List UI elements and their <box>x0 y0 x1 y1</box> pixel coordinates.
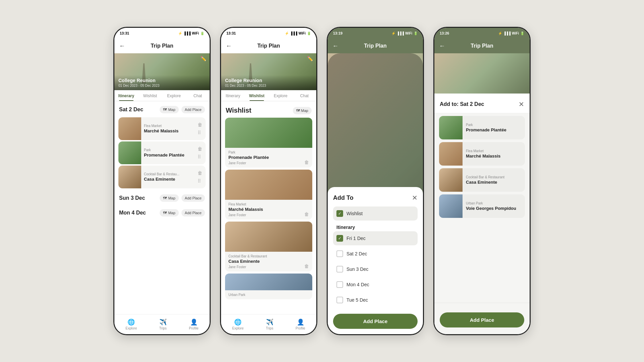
tab-chat-1[interactable]: Chat <box>186 90 210 101</box>
date-panel-content-4: Park Promenade Plantée Flea Market March… <box>434 113 530 303</box>
delete-icon-wishlist-market[interactable]: 🗑 <box>304 212 309 217</box>
phone-2: 13:31 ⚡ ▐▐▐ WiFi 🔋 ← Trip Plan College R… <box>220 27 317 335</box>
back-button-4[interactable]: ← <box>439 43 445 50</box>
wifi-icon: WiFi <box>192 32 199 35</box>
date-panel-type-market: Flea Market <box>466 149 522 153</box>
date-row-sat[interactable]: Sat 2 Dec <box>333 247 418 261</box>
status-bar-1: 13:31 ⚡ ▐▐▐ WiFi 🔋 <box>114 28 210 39</box>
date-row-sun[interactable]: Sun 3 Dec <box>333 262 418 276</box>
wishlist-name-park: Promenade Plantée <box>228 155 304 160</box>
modal-header-3: Add To ✕ <box>333 194 418 202</box>
modal-close-3[interactable]: ✕ <box>412 194 418 202</box>
map-button-sat[interactable]: 🗺 Map <box>160 106 178 113</box>
date-row-fri[interactable]: ✓ Fri 1 Dec <box>333 231 418 245</box>
date-panel-close-4[interactable]: ✕ <box>519 100 524 108</box>
map-button-mon[interactable]: 🗺 Map <box>160 209 178 217</box>
tab-wishlist-1[interactable]: Wishlist <box>138 90 162 101</box>
status-bar-2: 13:31 ⚡ ▐▐▐ WiFi 🔋 <box>221 28 316 39</box>
add-place-button-3[interactable]: Add Place <box>333 314 418 329</box>
wifi-icon-3: WiFi <box>405 32 412 35</box>
add-place-button-mon[interactable]: Add Place <box>181 209 205 217</box>
delete-icon-park[interactable]: 🗑 <box>198 146 202 152</box>
place-card-market: Flea Market Marché Malassis 🗑 ⠿ <box>118 117 206 140</box>
section-sun: Sun 3 Dec 🗺 Map Add Place <box>114 190 210 204</box>
date-checkbox-tue[interactable] <box>336 297 343 303</box>
explore-icon-1: 🌐 <box>127 318 135 326</box>
nav-profile-1[interactable]: 👤 Profile <box>189 318 198 330</box>
page-title-1: Trip Plan <box>151 43 173 49</box>
hero-overlay-2: College Reunion 01 Dec 2023 - 05 Dec 202… <box>221 75 316 90</box>
explore-label-2: Explore <box>232 326 244 330</box>
wishlist-body-market: Flea Market Marché Malassis Jane Foster … <box>225 200 312 220</box>
map-button-sun[interactable]: 🗺 Map <box>160 194 178 202</box>
tab-itinerary-1[interactable]: Itinerary <box>114 90 138 101</box>
wishlist-checkbox-row[interactable]: ✓ Wishlist <box>333 206 418 221</box>
wishlist-img-market <box>225 170 312 200</box>
section-date-sat: Sat 2 Dec <box>119 107 143 113</box>
delete-icon-market[interactable]: 🗑 <box>198 122 202 127</box>
status-icons-4: ⚡ ▐▐▐ WiFi 🔋 <box>498 32 524 35</box>
wishlist-checkbox[interactable]: ✓ <box>336 210 343 217</box>
place-name-bar: Casa Eminente <box>144 177 195 182</box>
nav-explore-2[interactable]: 🌐 Explore <box>232 318 244 330</box>
wishlist-name-bar: Casa Eminente <box>228 259 304 264</box>
wishlist-checkbox-label: Wishlist <box>346 211 363 216</box>
place-thumb-bar <box>118 166 141 188</box>
back-button-1[interactable]: ← <box>119 43 125 50</box>
back-button-3[interactable]: ← <box>332 43 338 50</box>
wishlist-type-urban: Urban Park <box>228 293 309 297</box>
battery-icon-3: 🔋 <box>414 32 418 35</box>
wishlist-info-urban: Urban Park <box>228 293 309 297</box>
delete-icon-wishlist-park[interactable]: 🗑 <box>304 160 309 165</box>
date-panel-footer-4: Add Place <box>434 303 530 334</box>
date-panel-info-market: Flea Market Marché Malassis <box>463 146 525 161</box>
trips-icon-2: ✈️ <box>266 318 273 326</box>
nav-profile-2[interactable]: 👤 Profile <box>296 318 305 330</box>
hero-2: College Reunion 01 Dec 2023 - 05 Dec 202… <box>221 53 316 90</box>
back-button-2[interactable]: ← <box>226 43 232 50</box>
delete-icon-wishlist-bar[interactable]: 🗑 <box>304 263 309 269</box>
section-mon: Mon 4 Dec 🗺 Map Add Place <box>114 204 210 219</box>
date-row-tue[interactable]: Tue 5 Dec <box>333 293 418 307</box>
date-panel-card-market: Flea Market Marché Malassis <box>439 142 525 166</box>
tab-chat-2[interactable]: Chat <box>292 90 316 101</box>
date-checkbox-mon[interactable] <box>336 281 343 288</box>
tab-itinerary-2[interactable]: Itinerary <box>221 90 245 101</box>
tab-explore-2[interactable]: Explore <box>269 90 292 101</box>
add-place-button-4[interactable]: Add Place <box>440 312 524 327</box>
section-actions-mon: 🗺 Map Add Place <box>160 209 205 217</box>
tab-wishlist-2[interactable]: Wishlist <box>245 90 269 101</box>
drag-icon-market[interactable]: ⠿ <box>198 130 202 135</box>
bluetooth-icon-4: ⚡ <box>498 32 502 35</box>
drag-icon-bar[interactable]: ⠿ <box>198 178 202 184</box>
signal-icon: ▐▐▐ <box>183 32 191 35</box>
bottom-nav-1: 🌐 Explore ✈️ Trips 👤 Profile <box>114 314 210 334</box>
nav-trips-2[interactable]: ✈️ Trips <box>266 318 273 330</box>
phone-4: 13:26 ⚡ ▐▐▐ WiFi 🔋 ← Trip Plan Add to: S… <box>433 27 531 335</box>
delete-icon-bar[interactable]: 🗑 <box>198 170 202 176</box>
date-row-mon[interactable]: Mon 4 Dec <box>333 278 418 292</box>
place-name-park: Promenade Plantée <box>144 153 195 158</box>
wishlist-card-market: Flea Market Marché Malassis Jane Foster … <box>225 170 312 220</box>
date-checkbox-fri[interactable]: ✓ <box>336 235 343 242</box>
wishlist-info-market: Flea Market Marché Malassis Jane Foster <box>228 202 304 217</box>
add-place-button-sat[interactable]: Add Place <box>181 106 205 113</box>
section-actions-sun: 🗺 Map Add Place <box>160 194 205 202</box>
edit-icon-2[interactable]: ✏️ <box>307 56 313 61</box>
drag-icon-park[interactable]: ⠿ <box>198 154 202 160</box>
wishlist-info-park: Park Promenade Plantée Jane Foster <box>228 150 304 165</box>
page-title-4: Trip Plan <box>471 43 493 49</box>
add-place-button-sun[interactable]: Add Place <box>181 194 205 202</box>
tab-explore-1[interactable]: Explore <box>162 90 186 101</box>
edit-icon-1[interactable]: ✏️ <box>201 56 206 61</box>
nav-explore-1[interactable]: 🌐 Explore <box>125 318 137 330</box>
status-icons-2: ⚡ ▐▐▐ WiFi 🔋 <box>285 32 311 35</box>
map-button-wishlist[interactable]: 🗺 Map <box>293 107 312 114</box>
profile-label-1: Profile <box>189 326 198 330</box>
date-checkbox-sun[interactable] <box>336 266 343 273</box>
date-label-mon: Mon 4 Dec <box>346 282 369 287</box>
date-checkbox-sat[interactable] <box>336 250 343 257</box>
status-icons-3: ⚡ ▐▐▐ WiFi 🔋 <box>391 32 418 35</box>
section-actions-sat: 🗺 Map Add Place <box>160 106 205 113</box>
nav-trips-1[interactable]: ✈️ Trips <box>159 318 167 330</box>
